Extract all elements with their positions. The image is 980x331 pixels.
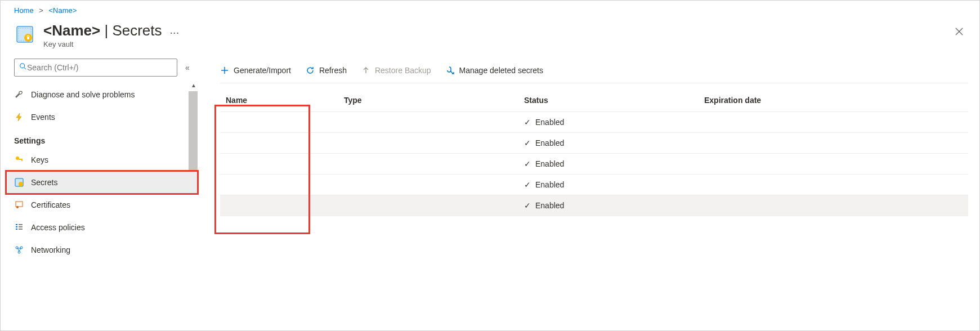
sidebar-item-access-policies[interactable]: Access policies	[6, 216, 198, 239]
cell-status: ✓Enabled	[518, 111, 699, 132]
refresh-button[interactable]: Refresh	[306, 66, 347, 75]
sidebar-item-diagnose[interactable]: Diagnose and solve problems	[6, 83, 198, 106]
col-header-expiration[interactable]: Expiration date	[699, 90, 968, 112]
svg-point-4	[20, 64, 25, 68]
body: « ▲ Diagnose and solve problems Events S…	[1, 59, 979, 321]
cell-name[interactable]	[220, 111, 338, 132]
sidebar-item-label: Keys	[31, 155, 48, 164]
sidebar-item-events[interactable]: Events	[6, 106, 198, 128]
collapse-sidebar-button[interactable]: «	[182, 60, 193, 75]
network-icon	[14, 245, 24, 255]
table-row[interactable]: ✓Enabled	[220, 153, 968, 174]
svg-point-10	[19, 182, 23, 186]
cell-type	[338, 153, 518, 174]
sidebar-group-settings: Settings	[6, 128, 198, 149]
keyvault-icon	[14, 24, 35, 45]
svg-rect-3	[27, 37, 29, 39]
sidebar-item-label: Access policies	[31, 223, 85, 232]
cert-icon	[14, 200, 24, 210]
sidebar-item-label: Diagnose and solve problems	[31, 90, 135, 99]
table-row[interactable]: ✓Enabled	[220, 111, 968, 132]
sidebar-item-label: Certificates	[31, 200, 70, 209]
sidebar: « ▲ Diagnose and solve problems Events S…	[1, 59, 198, 321]
scroll-up-arrow[interactable]: ▲	[191, 82, 196, 88]
cell-name[interactable]	[220, 132, 338, 153]
cell-status: ✓Enabled	[518, 132, 699, 153]
cell-expiration	[699, 111, 968, 132]
table-row[interactable]: ✓Enabled	[220, 195, 968, 216]
breadcrumb-home[interactable]: Home	[14, 6, 34, 15]
cell-expiration	[699, 153, 968, 174]
cell-type	[338, 174, 518, 195]
breadcrumb-sep: >	[35, 6, 47, 15]
svg-rect-8	[21, 159, 23, 161]
secrets-table: Name Type Status Expiration date ✓Enable…	[220, 90, 968, 216]
manage-deleted-button[interactable]: Manage deleted secrets	[446, 66, 543, 75]
check-icon: ✓	[524, 118, 531, 127]
blade-header: <Name> | Secrets Key vault ···	[1, 23, 979, 59]
refresh-label: Refresh	[319, 66, 347, 75]
cell-type	[338, 132, 518, 153]
svg-point-12	[16, 206, 19, 208]
search-input[interactable]	[27, 63, 172, 72]
sidebar-item-label: Events	[31, 113, 55, 122]
col-header-type[interactable]: Type	[338, 90, 518, 112]
search-icon	[19, 62, 27, 72]
restore-backup-label: Restore Backup	[375, 66, 431, 75]
sidebar-item-label: Networking	[31, 245, 70, 254]
manage-deleted-label: Manage deleted secrets	[459, 66, 543, 75]
cell-name[interactable]	[220, 153, 338, 174]
svg-point-15	[18, 251, 20, 253]
table-row[interactable]: ✓Enabled	[220, 174, 968, 195]
cell-name[interactable]	[220, 195, 338, 216]
cell-type	[338, 111, 518, 132]
cell-name[interactable]	[220, 174, 338, 195]
more-button[interactable]: ···	[170, 23, 180, 39]
breadcrumb: Home > <Name>	[1, 1, 979, 23]
col-header-name[interactable]: Name	[220, 90, 338, 112]
cell-type	[338, 195, 518, 216]
policies-icon	[14, 222, 24, 232]
sidebar-item-label: Secrets	[31, 178, 57, 187]
sidebar-item-certificates[interactable]: Certificates	[6, 194, 198, 216]
cell-expiration	[699, 132, 968, 153]
cell-status: ✓Enabled	[518, 174, 699, 195]
col-header-status[interactable]: Status	[518, 90, 699, 112]
key-icon	[14, 155, 24, 165]
generate-import-button[interactable]: Generate/Import	[220, 66, 291, 75]
cell-status: ✓Enabled	[518, 195, 699, 216]
sidebar-item-keys[interactable]: Keys	[6, 149, 198, 171]
search-box[interactable]	[14, 59, 177, 77]
table-row[interactable]: ✓Enabled	[220, 132, 968, 153]
page-title-block: <Name> | Secrets Key vault	[43, 23, 162, 48]
page-subtitle: Key vault	[43, 40, 162, 48]
generate-import-label: Generate/Import	[234, 66, 291, 75]
page-title: <Name> | Secrets	[43, 23, 162, 39]
cell-expiration	[699, 195, 968, 216]
page-title-name: <Name>	[43, 22, 100, 39]
check-icon: ✓	[524, 201, 531, 210]
cell-expiration	[699, 174, 968, 195]
vault-icon	[14, 177, 24, 187]
restore-backup-button: Restore Backup	[361, 66, 431, 75]
toolbar: Generate/Import Refresh Restore Backup M…	[220, 59, 968, 83]
page-title-sep: |	[100, 22, 112, 39]
breadcrumb-resource[interactable]: <Name>	[49, 6, 77, 15]
sidebar-item-networking[interactable]: Networking	[6, 239, 198, 261]
sidebar-nav: Diagnose and solve problems Events Setti…	[6, 83, 198, 261]
wrench-icon	[14, 90, 24, 100]
check-icon: ✓	[524, 138, 531, 147]
sidebar-item-secrets[interactable]: Secrets	[6, 171, 198, 194]
close-button[interactable]	[950, 23, 968, 41]
svg-rect-11	[16, 202, 23, 207]
check-icon: ✓	[524, 159, 531, 168]
check-icon: ✓	[524, 180, 531, 189]
scrollbar-thumb[interactable]	[189, 91, 198, 170]
main-content: Generate/Import Refresh Restore Backup M…	[198, 59, 979, 321]
bolt-icon	[14, 112, 24, 122]
page-title-section: Secrets	[112, 22, 162, 39]
cell-status: ✓Enabled	[518, 153, 699, 174]
svg-line-5	[24, 68, 26, 70]
